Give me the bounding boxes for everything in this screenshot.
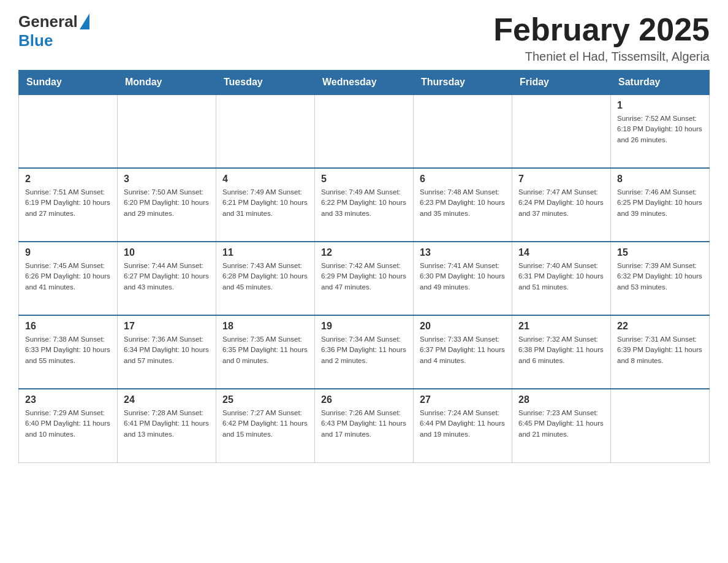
day-number: 5 xyxy=(321,174,407,185)
day-info: Sunrise: 7:46 AM Sunset: 6:25 PM Dayligh… xyxy=(617,187,703,219)
calendar-cell: 3Sunrise: 7:50 AM Sunset: 6:20 PM Daylig… xyxy=(118,168,216,242)
logo-triangle-icon xyxy=(80,13,89,29)
calendar-week-row: 2Sunrise: 7:51 AM Sunset: 6:19 PM Daylig… xyxy=(19,168,710,242)
calendar-cell: 10Sunrise: 7:44 AM Sunset: 6:27 PM Dayli… xyxy=(118,242,216,315)
calendar-cell: 9Sunrise: 7:45 AM Sunset: 6:26 PM Daylig… xyxy=(19,242,118,315)
day-info: Sunrise: 7:24 AM Sunset: 6:44 PM Dayligh… xyxy=(420,408,506,440)
calendar-cell xyxy=(216,94,315,168)
day-number: 27 xyxy=(420,394,506,405)
calendar-cell: 14Sunrise: 7:40 AM Sunset: 6:31 PM Dayli… xyxy=(512,242,611,315)
calendar-cell: 5Sunrise: 7:49 AM Sunset: 6:22 PM Daylig… xyxy=(315,168,414,242)
calendar-cell: 28Sunrise: 7:23 AM Sunset: 6:45 PM Dayli… xyxy=(512,389,611,462)
calendar-cell xyxy=(19,94,118,168)
column-header-sunday: Sunday xyxy=(19,71,118,95)
column-header-wednesday: Wednesday xyxy=(315,71,414,95)
day-number: 2 xyxy=(25,174,111,185)
calendar-cell: 26Sunrise: 7:26 AM Sunset: 6:43 PM Dayli… xyxy=(315,389,414,462)
day-number: 8 xyxy=(617,174,703,185)
calendar-cell: 8Sunrise: 7:46 AM Sunset: 6:25 PM Daylig… xyxy=(611,168,710,242)
day-number: 10 xyxy=(124,247,210,258)
day-info: Sunrise: 7:42 AM Sunset: 6:29 PM Dayligh… xyxy=(321,261,407,293)
calendar-cell xyxy=(611,389,710,462)
calendar-cell: 16Sunrise: 7:38 AM Sunset: 6:33 PM Dayli… xyxy=(19,315,118,389)
day-info: Sunrise: 7:31 AM Sunset: 6:39 PM Dayligh… xyxy=(617,334,703,366)
day-number: 1 xyxy=(617,100,703,111)
calendar-cell: 13Sunrise: 7:41 AM Sunset: 6:30 PM Dayli… xyxy=(414,242,512,315)
day-info: Sunrise: 7:47 AM Sunset: 6:24 PM Dayligh… xyxy=(518,187,604,219)
day-info: Sunrise: 7:45 AM Sunset: 6:26 PM Dayligh… xyxy=(25,261,111,293)
day-info: Sunrise: 7:34 AM Sunset: 6:36 PM Dayligh… xyxy=(321,334,407,366)
day-info: Sunrise: 7:41 AM Sunset: 6:30 PM Dayligh… xyxy=(420,261,506,293)
calendar-cell: 15Sunrise: 7:39 AM Sunset: 6:32 PM Dayli… xyxy=(611,242,710,315)
day-number: 3 xyxy=(124,174,210,185)
day-number: 26 xyxy=(321,394,407,405)
day-number: 11 xyxy=(222,247,308,258)
day-info: Sunrise: 7:43 AM Sunset: 6:28 PM Dayligh… xyxy=(222,261,308,293)
day-info: Sunrise: 7:44 AM Sunset: 6:27 PM Dayligh… xyxy=(124,261,210,293)
day-info: Sunrise: 7:48 AM Sunset: 6:23 PM Dayligh… xyxy=(420,187,506,219)
day-number: 14 xyxy=(518,247,604,258)
calendar-cell: 11Sunrise: 7:43 AM Sunset: 6:28 PM Dayli… xyxy=(216,242,315,315)
calendar-cell: 7Sunrise: 7:47 AM Sunset: 6:24 PM Daylig… xyxy=(512,168,611,242)
day-info: Sunrise: 7:29 AM Sunset: 6:40 PM Dayligh… xyxy=(25,408,111,440)
day-number: 16 xyxy=(25,321,111,332)
day-info: Sunrise: 7:52 AM Sunset: 6:18 PM Dayligh… xyxy=(617,113,703,145)
calendar-cell: 6Sunrise: 7:48 AM Sunset: 6:23 PM Daylig… xyxy=(414,168,512,242)
calendar-cell: 17Sunrise: 7:36 AM Sunset: 6:34 PM Dayli… xyxy=(118,315,216,389)
calendar-week-row: 23Sunrise: 7:29 AM Sunset: 6:40 PM Dayli… xyxy=(19,389,710,462)
day-number: 28 xyxy=(518,394,604,405)
day-number: 23 xyxy=(25,394,111,405)
calendar-cell: 27Sunrise: 7:24 AM Sunset: 6:44 PM Dayli… xyxy=(414,389,512,462)
column-header-monday: Monday xyxy=(118,71,216,95)
calendar-cell: 18Sunrise: 7:35 AM Sunset: 6:35 PM Dayli… xyxy=(216,315,315,389)
calendar-week-row: 9Sunrise: 7:45 AM Sunset: 6:26 PM Daylig… xyxy=(19,242,710,315)
calendar-cell: 24Sunrise: 7:28 AM Sunset: 6:41 PM Dayli… xyxy=(118,389,216,462)
day-info: Sunrise: 7:33 AM Sunset: 6:37 PM Dayligh… xyxy=(420,334,506,366)
calendar-cell: 1Sunrise: 7:52 AM Sunset: 6:18 PM Daylig… xyxy=(611,94,710,168)
day-number: 12 xyxy=(321,247,407,258)
calendar-cell xyxy=(512,94,611,168)
logo: General Blue xyxy=(18,12,89,50)
day-number: 24 xyxy=(124,394,210,405)
calendar-table: SundayMondayTuesdayWednesdayThursdayFrid… xyxy=(18,70,710,463)
day-info: Sunrise: 7:49 AM Sunset: 6:22 PM Dayligh… xyxy=(321,187,407,219)
day-info: Sunrise: 7:23 AM Sunset: 6:45 PM Dayligh… xyxy=(518,408,604,440)
calendar-cell: 4Sunrise: 7:49 AM Sunset: 6:21 PM Daylig… xyxy=(216,168,315,242)
day-info: Sunrise: 7:51 AM Sunset: 6:19 PM Dayligh… xyxy=(25,187,111,219)
calendar-cell: 22Sunrise: 7:31 AM Sunset: 6:39 PM Dayli… xyxy=(611,315,710,389)
main-title: February 2025 xyxy=(493,12,710,47)
calendar-cell: 2Sunrise: 7:51 AM Sunset: 6:19 PM Daylig… xyxy=(19,168,118,242)
day-info: Sunrise: 7:35 AM Sunset: 6:35 PM Dayligh… xyxy=(222,334,308,366)
day-number: 25 xyxy=(222,394,308,405)
day-info: Sunrise: 7:32 AM Sunset: 6:38 PM Dayligh… xyxy=(518,334,604,366)
day-info: Sunrise: 7:49 AM Sunset: 6:21 PM Dayligh… xyxy=(222,187,308,219)
day-info: Sunrise: 7:26 AM Sunset: 6:43 PM Dayligh… xyxy=(321,408,407,440)
calendar-week-row: 16Sunrise: 7:38 AM Sunset: 6:33 PM Dayli… xyxy=(19,315,710,389)
day-number: 21 xyxy=(518,321,604,332)
day-info: Sunrise: 7:39 AM Sunset: 6:32 PM Dayligh… xyxy=(617,261,703,293)
day-number: 13 xyxy=(420,247,506,258)
day-number: 4 xyxy=(222,174,308,185)
day-number: 22 xyxy=(617,321,703,332)
calendar-cell xyxy=(118,94,216,168)
day-number: 6 xyxy=(420,174,506,185)
calendar-cell: 25Sunrise: 7:27 AM Sunset: 6:42 PM Dayli… xyxy=(216,389,315,462)
day-number: 19 xyxy=(321,321,407,332)
day-number: 18 xyxy=(222,321,308,332)
calendar-cell: 21Sunrise: 7:32 AM Sunset: 6:38 PM Dayli… xyxy=(512,315,611,389)
day-number: 9 xyxy=(25,247,111,258)
calendar-cell: 12Sunrise: 7:42 AM Sunset: 6:29 PM Dayli… xyxy=(315,242,414,315)
calendar-header-row: SundayMondayTuesdayWednesdayThursdayFrid… xyxy=(19,71,710,95)
day-info: Sunrise: 7:27 AM Sunset: 6:42 PM Dayligh… xyxy=(222,408,308,440)
day-number: 15 xyxy=(617,247,703,258)
location-subtitle: Theniet el Had, Tissemsilt, Algeria xyxy=(493,50,710,64)
calendar-cell: 19Sunrise: 7:34 AM Sunset: 6:36 PM Dayli… xyxy=(315,315,414,389)
column-header-thursday: Thursday xyxy=(414,71,512,95)
day-number: 7 xyxy=(518,174,604,185)
calendar-cell xyxy=(315,94,414,168)
day-number: 20 xyxy=(420,321,506,332)
day-info: Sunrise: 7:36 AM Sunset: 6:34 PM Dayligh… xyxy=(124,334,210,366)
day-info: Sunrise: 7:38 AM Sunset: 6:33 PM Dayligh… xyxy=(25,334,111,366)
calendar-cell: 20Sunrise: 7:33 AM Sunset: 6:37 PM Dayli… xyxy=(414,315,512,389)
page-header: General Blue February 2025 Theniet el Ha… xyxy=(18,12,710,64)
